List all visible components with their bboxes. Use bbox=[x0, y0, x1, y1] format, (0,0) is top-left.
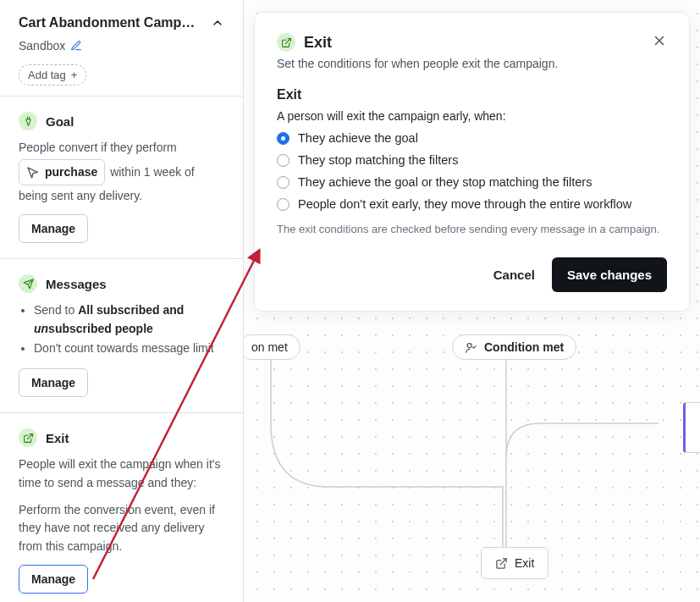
sidebar-header: Cart Abandonment Camp… Sandbox Add tag + bbox=[0, 0, 243, 97]
external-link-icon bbox=[495, 557, 508, 570]
radio-dot-icon bbox=[277, 154, 289, 167]
radio-option-0[interactable]: They achieve the goal bbox=[277, 131, 667, 145]
list-item: Don't count towards message limit bbox=[34, 340, 224, 358]
msg-un: un bbox=[34, 322, 48, 335]
modal-title: Exit bbox=[304, 34, 332, 52]
edit-icon[interactable] bbox=[70, 40, 82, 52]
messages-heading: Messages bbox=[46, 277, 107, 291]
modal-footnote: The exit conditions are checked before s… bbox=[277, 223, 667, 235]
person-check-icon bbox=[465, 341, 477, 354]
messages-icon bbox=[19, 274, 37, 293]
add-tag-button[interactable]: Add tag + bbox=[19, 64, 86, 86]
msg-subscribed: subscribed people bbox=[48, 322, 153, 335]
workspace-label: Sandbox bbox=[19, 39, 65, 52]
radio-dot-icon bbox=[277, 198, 289, 211]
radio-label: They achieve the goal bbox=[298, 131, 418, 145]
campaign-title: Cart Abandonment Camp… bbox=[19, 15, 195, 30]
exit-p1: People will exit the campaign when it's … bbox=[19, 456, 224, 492]
radio-option-1[interactable]: They stop matching the filters bbox=[277, 153, 667, 167]
add-tag-label: Add tag bbox=[28, 69, 66, 81]
goal-description: People convert if they perform purchase … bbox=[19, 139, 224, 206]
email-node[interactable] bbox=[683, 402, 700, 453]
exit-heading: Exit bbox=[46, 431, 69, 445]
cancel-button[interactable]: Cancel bbox=[488, 257, 540, 292]
goal-event-label: purchase bbox=[45, 163, 97, 182]
exit-icon bbox=[19, 428, 37, 447]
goal-section: Goal People convert if they perform purc… bbox=[0, 97, 243, 259]
modal-subtitle: Set the conditions for when people exit … bbox=[277, 57, 667, 70]
goal-prefix: People convert if they perform bbox=[19, 141, 177, 154]
goal-event-chip[interactable]: purchase bbox=[19, 159, 105, 186]
save-changes-button[interactable]: Save changes bbox=[552, 257, 667, 292]
msg-send-to: Send to bbox=[34, 303, 78, 317]
exit-manage-button[interactable]: Manage bbox=[19, 565, 88, 594]
plus-icon: + bbox=[71, 69, 78, 80]
goal-icon bbox=[19, 112, 37, 130]
messages-section: Messages Send to All subscribed and unsu… bbox=[0, 259, 243, 413]
modal-exit-icon bbox=[277, 33, 295, 52]
exit-p2: Perform the conversion event, even if th… bbox=[19, 501, 224, 556]
radio-dot-icon bbox=[277, 176, 289, 189]
close-icon[interactable] bbox=[652, 33, 667, 48]
exit-node-label: Exit bbox=[515, 556, 534, 570]
radio-label: They stop matching the filters bbox=[298, 153, 458, 167]
condition-pill-left[interactable]: on met bbox=[244, 334, 300, 360]
exit-settings-modal: Exit Set the conditions for when people … bbox=[254, 12, 690, 312]
messages-manage-button[interactable]: Manage bbox=[19, 368, 88, 397]
modal-section-heading: Exit bbox=[277, 87, 667, 102]
radio-dot-icon bbox=[277, 132, 289, 145]
goal-heading: Goal bbox=[46, 114, 74, 129]
radio-option-2[interactable]: They achieve the goal or they stop match… bbox=[277, 175, 667, 189]
radio-label: People don't exit early, they move throu… bbox=[298, 197, 631, 211]
msg-sub-and: All subscribed and bbox=[78, 303, 184, 317]
svg-point-0 bbox=[467, 343, 471, 347]
sidebar: Cart Abandonment Camp… Sandbox Add tag + bbox=[0, 0, 244, 602]
messages-list: Send to All subscribed and unsubscribed … bbox=[34, 301, 224, 358]
list-item: Send to All subscribed and unsubscribed … bbox=[34, 301, 224, 338]
modal-lead: A person will exit the campaign early, w… bbox=[277, 109, 667, 123]
goal-manage-button[interactable]: Manage bbox=[19, 214, 88, 243]
radio-option-3[interactable]: People don't exit early, they move throu… bbox=[277, 197, 667, 211]
condition-label: on met bbox=[251, 340, 288, 354]
exit-section: Exit People will exit the campaign when … bbox=[0, 413, 243, 602]
condition-met-label: Condition met bbox=[484, 340, 564, 354]
chevron-up-icon[interactable] bbox=[211, 16, 224, 30]
radio-label: They achieve the goal or they stop match… bbox=[298, 175, 592, 189]
condition-met-pill[interactable]: Condition met bbox=[452, 334, 576, 360]
cursor-icon bbox=[26, 166, 40, 179]
radio-group: They achieve the goalThey stop matching … bbox=[277, 131, 667, 211]
exit-node[interactable]: Exit bbox=[481, 547, 548, 579]
